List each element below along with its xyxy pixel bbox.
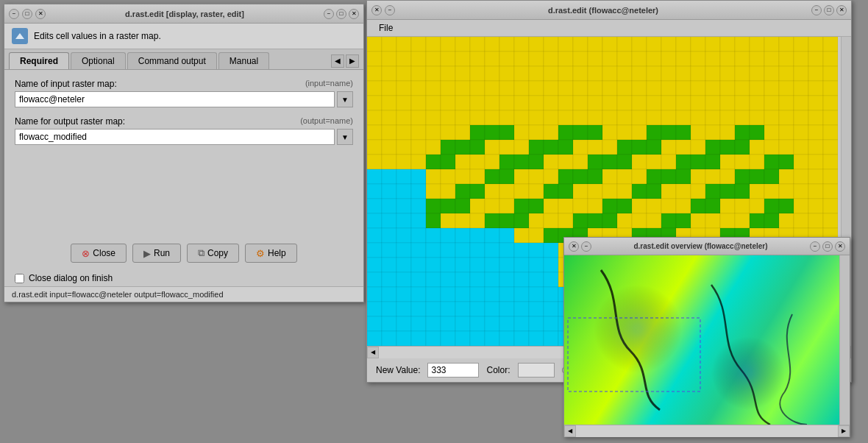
- raster-close-btn-left[interactable]: ✕: [371, 5, 382, 15]
- close-btn-left[interactable]: ✕: [35, 9, 46, 19]
- overview-scroll-left[interactable]: ◀: [564, 425, 576, 437]
- overview-min-right[interactable]: −: [810, 241, 820, 252]
- main-dialog-titlebar: − □ ✕ d.rast.edit [display, raster, edit…: [4, 4, 363, 24]
- input-raster-label-row: Name of input raster map: (input=name): [15, 79, 353, 89]
- overview-title: d.rast.edit overview (flowacc@neteler): [591, 242, 810, 250]
- help-icon: ⚙: [256, 248, 265, 259]
- input-raster-row: ▼: [15, 91, 353, 107]
- main-dialog: − □ ✕ d.rast.edit [display, raster, edit…: [4, 4, 364, 302]
- input-raster-label: Name of input raster map:: [15, 79, 117, 89]
- raster-minimize-right[interactable]: −: [811, 5, 822, 15]
- minimize-btn-left[interactable]: −: [9, 9, 19, 19]
- tab-command-output[interactable]: Command output: [127, 52, 217, 69]
- content-spacer: [15, 154, 353, 227]
- raster-menu-bar: File: [367, 20, 851, 37]
- raster-maximize-right[interactable]: □: [824, 5, 834, 15]
- overview-window: ✕ − d.rast.edit overview (flowacc@netele…: [563, 237, 850, 437]
- close-on-finish-label: Close dialog on finish: [29, 273, 113, 283]
- close-btn-right[interactable]: ✕: [349, 9, 359, 19]
- run-label: Run: [154, 248, 170, 258]
- output-raster-label: Name for output raster map:: [15, 116, 125, 127]
- overview-titlebar-left: ✕ −: [569, 241, 591, 252]
- raster-titlebar: ✕ − d.rast.edit (flowacc@neteler) − □ ✕: [367, 1, 851, 20]
- overview-titlebar: ✕ − d.rast.edit overview (flowacc@netele…: [564, 238, 850, 255]
- overview-scrollbar-bottom: ◀ ▶: [564, 425, 850, 436]
- menu-file[interactable]: File: [373, 21, 399, 35]
- status-bar: d.rast.edit input=flowacc@neteler output…: [4, 286, 363, 302]
- raster-title: d.rast.edit (flowacc@neteler): [395, 6, 811, 15]
- maximize-btn-left[interactable]: □: [22, 9, 32, 19]
- new-value-input[interactable]: [427, 363, 479, 378]
- overview-close-right[interactable]: ✕: [835, 241, 845, 252]
- main-dialog-title: d.rast.edit [display, raster, edit]: [46, 10, 324, 18]
- input-raster-dropdown[interactable]: ▼: [337, 91, 353, 107]
- checkbox-row: Close dialog on finish: [4, 270, 363, 286]
- tab-nav-next[interactable]: ▶: [346, 54, 359, 68]
- output-raster-row: ▼: [15, 129, 353, 145]
- copy-label: Copy: [207, 248, 228, 258]
- close-button[interactable]: ⊗ Close: [71, 244, 127, 263]
- scroll-left-arrow[interactable]: ◀: [367, 347, 379, 358]
- app-description: Edits cell values in a raster map.: [34, 31, 161, 41]
- overview-max-right[interactable]: □: [822, 241, 833, 252]
- tab-optional[interactable]: Optional: [71, 52, 126, 69]
- color-label: Color:: [486, 365, 510, 375]
- button-bar: ⊗ Close ▶ Run ⧉ Copy ⚙ Help: [4, 236, 363, 270]
- input-raster-hint: (input=name): [305, 79, 353, 89]
- overview-close-left[interactable]: ✕: [569, 241, 579, 252]
- output-raster-group: Name for output raster map: (output=name…: [15, 116, 353, 145]
- output-raster-hint: (output=name): [300, 116, 353, 127]
- copy-icon: ⧉: [198, 247, 204, 259]
- titlebar-right-controls: − □ ✕: [324, 9, 359, 19]
- overview-scrollbar-right[interactable]: [839, 255, 850, 425]
- overview-canvas[interactable]: [564, 255, 839, 425]
- run-button[interactable]: ▶ Run: [132, 244, 181, 263]
- status-text: d.rast.edit input=flowacc@neteler output…: [12, 290, 224, 299]
- tab-nav-prev[interactable]: ◀: [331, 54, 344, 68]
- tab-content-required: Name of input raster map: (input=name) ▼…: [4, 69, 363, 236]
- new-value-label: New Value:: [376, 365, 420, 375]
- copy-button[interactable]: ⧉ Copy: [187, 244, 239, 263]
- raster-titlebar-left: ✕ −: [371, 5, 395, 15]
- output-raster-label-row: Name for output raster map: (output=name…: [15, 116, 353, 127]
- close-on-finish-checkbox[interactable]: [15, 274, 24, 283]
- raster-close-right[interactable]: ✕: [836, 5, 847, 15]
- description-bar: Edits cell values in a raster map.: [4, 24, 363, 49]
- titlebar-left-controls: − □ ✕: [9, 9, 46, 19]
- tab-required[interactable]: Required: [9, 52, 69, 69]
- close-label: Close: [93, 248, 115, 258]
- input-raster-field[interactable]: [15, 91, 335, 107]
- overview-scroll-right[interactable]: ▶: [838, 425, 850, 437]
- overview-content: [564, 255, 850, 425]
- close-icon: ⊗: [82, 248, 90, 259]
- app-icon: [12, 28, 28, 44]
- raster-minimize-btn[interactable]: −: [385, 5, 395, 15]
- overview-titlebar-right: − □ ✕: [810, 241, 845, 252]
- output-raster-dropdown[interactable]: ▼: [337, 129, 353, 145]
- overview-min-left[interactable]: −: [581, 241, 591, 252]
- tabs-bar: Required Optional Command output Manual …: [4, 49, 363, 69]
- overview-scroll-track[interactable]: [576, 425, 838, 437]
- output-raster-field[interactable]: [15, 129, 335, 145]
- tab-nav: ◀ ▶: [331, 54, 359, 68]
- help-button[interactable]: ⚙ Help: [245, 244, 297, 263]
- maximize-btn-right[interactable]: □: [336, 9, 346, 19]
- color-picker[interactable]: [518, 363, 555, 378]
- tab-manual[interactable]: Manual: [218, 52, 269, 69]
- minimize-btn-right[interactable]: −: [324, 9, 334, 19]
- help-label: Help: [268, 248, 286, 258]
- run-icon: ▶: [143, 248, 151, 259]
- input-raster-group: Name of input raster map: (input=name) ▼: [15, 79, 353, 107]
- raster-titlebar-right: − □ ✕: [811, 5, 847, 15]
